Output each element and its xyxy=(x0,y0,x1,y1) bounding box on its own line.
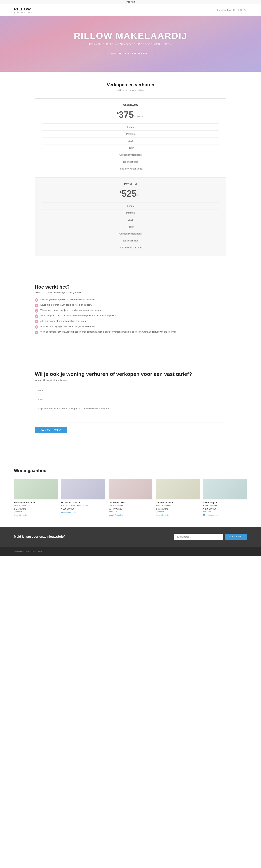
pricing-table: Standard €3755 maanden Funda Pararius Ja… xyxy=(35,98,226,256)
listing-more-link[interactable]: Meer informatie › xyxy=(61,512,76,514)
name-field-group xyxy=(35,386,226,394)
feature-item: Jaap xyxy=(42,137,219,144)
listing-image xyxy=(203,478,247,499)
hero-cta-button[interactable]: ONTDEK DE MOGELIJKHEDEN xyxy=(106,50,155,57)
listing-address: Dintelrode 108-A xyxy=(109,501,152,504)
step-number: 6 xyxy=(35,325,38,329)
email-field-group xyxy=(35,396,226,403)
name-input[interactable] xyxy=(35,386,226,394)
listing-item: Swert Weg 45 Bunb, Duitsland € 175.000 k… xyxy=(203,478,247,516)
header: RILLOW JOUW MAKELAARDIJ Bel voor advies:… xyxy=(0,4,261,16)
listing-price: € 5.250 /mnd xyxy=(156,507,200,510)
listing-more-link[interactable]: Meer informatie › xyxy=(14,514,28,516)
price-value: 375 xyxy=(119,110,134,120)
step-number: 4 xyxy=(35,314,38,318)
plan-premium-features: Funda Pararius Jaap Huislijn Onbeperkt w… xyxy=(42,203,219,251)
feature-item: Template overeenkomst xyxy=(42,244,219,251)
listing-item: Dintelrode 108-A 1531 KG Wormer € 245.00… xyxy=(109,478,152,516)
listing-address: Swert Weg 45 xyxy=(203,501,247,504)
top-bar: HELP MIJE xyxy=(0,0,261,4)
step-text: Lever alle informatie aan zoals de foto'… xyxy=(40,304,92,306)
hero-content: RILLOW MAKELAARDIJ EENVOUDIG JE WONING V… xyxy=(74,31,187,57)
pricing-title: Verkopen en verhuren xyxy=(35,82,226,88)
plan-standard-features: Funda Pararius Jaap Huislijn Onbeperkt w… xyxy=(42,123,219,172)
feature-item: Onbeperkt wijzigingen xyxy=(42,230,219,237)
price-suffix: 5 maanden xyxy=(135,116,144,119)
feature-item: Funda xyxy=(42,123,219,130)
plan-premium-price: €525/jaar xyxy=(42,189,219,198)
listing-type: (verhuur) xyxy=(14,510,58,513)
price-suffix: /jaar xyxy=(138,194,141,198)
listing-address: Oudestraat 204 A xyxy=(156,501,200,504)
feature-item: Huislijn xyxy=(42,144,219,151)
step-text: Alle aanvragen sturen wij dagelijks naar… xyxy=(40,320,88,322)
step-item: 5 Alle aanvragen sturen wij dagelijks na… xyxy=(35,320,226,323)
listing-city: 1531 KG Wormer xyxy=(109,504,152,506)
message-field-group xyxy=(35,405,226,423)
listings-title: Woningaanbod xyxy=(14,468,247,473)
euro-symbol: € xyxy=(117,111,119,115)
hero-title: RILLOW MAKELAARDIJ xyxy=(74,31,187,41)
listing-image xyxy=(14,478,58,499)
step-text: Plan de bezichtigingen zelf in met de ge… xyxy=(40,325,96,328)
listing-price: € 325.000 k.a. xyxy=(61,507,105,510)
step-number: 2 xyxy=(35,304,38,307)
step-item: 3 We nemen contact met je op om alles sa… xyxy=(35,309,226,313)
listing-more-link[interactable]: Meer informatie › xyxy=(203,514,218,516)
listing-address: Herman Sarterlaan 101 xyxy=(14,501,58,504)
plan-standard-price: €3755 maanden xyxy=(42,110,219,119)
hero-section: RILLOW MAKELAARDIJ EENVOUDIG JE WONING V… xyxy=(0,16,261,72)
listing-item: Oudestraat 204 A 8261 CA Kampen € 5.250 … xyxy=(156,478,200,516)
how-it-works-section: Hoe werkt het? In een paar eenvoudige st… xyxy=(0,274,261,346)
logo-main: RILLOW xyxy=(14,7,35,11)
feature-item: Pararius xyxy=(42,130,219,137)
listing-price: € 245.000 k.a. xyxy=(109,507,152,510)
feature-item: Pararius xyxy=(42,209,219,216)
listing-type: (verhuur) xyxy=(156,510,200,513)
newsletter-submit-button[interactable]: AANMELDEN xyxy=(225,534,247,540)
footer-link-privacy[interactable]: Privacy- en beveiligingsinformatie xyxy=(14,550,42,552)
listings-grid: Herman Sarterlaan 101 2644 SG Eindhoven … xyxy=(14,478,247,516)
step-number: 7 xyxy=(35,331,38,334)
contact-title: Wil je ook je woning verhuren of verkope… xyxy=(35,371,226,377)
feature-item: Jaap xyxy=(42,216,219,223)
listing-city: 2644 SG Eindhoven xyxy=(14,504,58,506)
step-item: 2 Lever alle informatie aan zoals de fot… xyxy=(35,304,226,307)
pricing-subtitle: Altijd voor een vast bedrag xyxy=(35,89,226,91)
header-phone: Bel voor advies: 085 – 8085 750 xyxy=(217,9,247,11)
step-item: 1 Kies het gewenste pakket en eventuele … xyxy=(35,298,226,302)
step-text: Woning verkocht of verhuurd? Wij stelen … xyxy=(40,331,177,333)
feature-item: Huislijn xyxy=(42,223,219,230)
step-number: 3 xyxy=(35,309,38,313)
footer: Privacy- en beveiligingsinformatie xyxy=(0,547,261,556)
listing-more-link[interactable]: Meer informatie › xyxy=(109,514,123,516)
feature-item: Funda xyxy=(42,203,219,209)
newsletter-form: AANMELDEN xyxy=(174,534,247,540)
step-text: Kies het gewenste pakket en eventuele ex… xyxy=(40,298,95,301)
plan-standard-name: Standard xyxy=(42,104,219,106)
plan-premium: Premium €525/jaar Funda Pararius Jaap Hu… xyxy=(35,177,226,256)
how-intro: In een paar eenvoudige stappen snel gere… xyxy=(35,291,226,294)
step-item: 7 Woning verkocht of verhuurd? Wij stele… xyxy=(35,331,226,334)
contact-submit-button[interactable]: NEEM CONTACT OP xyxy=(35,427,67,433)
step-item: 6 Plan de bezichtigingen zelf in met de … xyxy=(35,325,226,329)
newsletter-input[interactable] xyxy=(174,534,223,540)
listing-more-link[interactable]: Meer informatie › xyxy=(156,514,170,516)
message-input[interactable] xyxy=(35,405,226,423)
step-number: 1 xyxy=(35,298,38,302)
how-title: Hoe werkt het? xyxy=(35,284,226,290)
listing-item: Herman Sarterlaan 101 2644 SG Eindhoven … xyxy=(14,478,58,516)
price-value: 525 xyxy=(122,188,137,198)
logo-sub: JOUW MAKELAARDIJ xyxy=(14,11,35,13)
listing-item: Dr. Nolensslaan 76 6162 EX Geleen Geleen… xyxy=(61,478,105,516)
listing-address: Dr. Nolensslaan 76 xyxy=(61,501,105,504)
listing-price: € 175.000 k.a. xyxy=(203,507,247,510)
feature-item: Zelf bezichtigen xyxy=(42,237,219,244)
listing-image xyxy=(109,478,152,499)
hero-subtitle: EENVOUDIG JE WONING VERKOPEN OF VERHUREN xyxy=(74,43,187,45)
step-number: 5 xyxy=(35,320,38,323)
feature-item: Zelf bezichtigen xyxy=(42,158,219,165)
pricing-section: Verkopen en verhuren Altijd voor een vas… xyxy=(0,72,261,267)
feature-item: Onbeperkt wijzigingen xyxy=(42,151,219,158)
email-input[interactable] xyxy=(35,396,226,403)
